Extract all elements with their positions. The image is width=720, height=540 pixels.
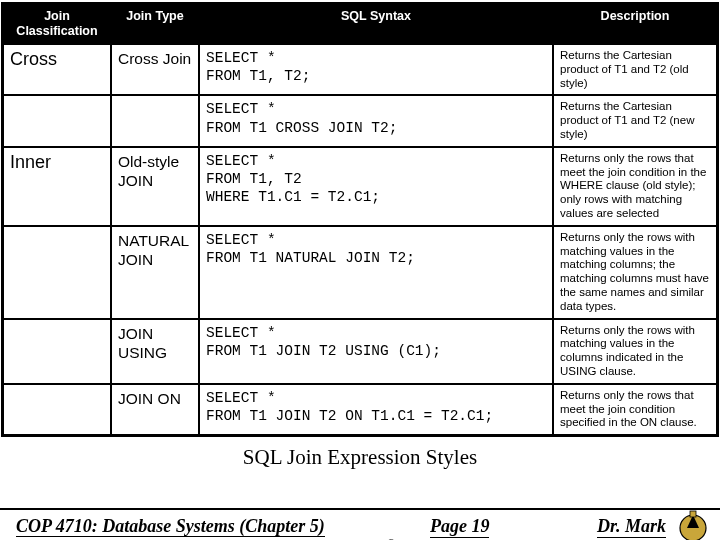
footer-course-text: COP 4710: Database Systems (Chapter 5) <box>16 516 325 537</box>
cell-jointype: Old-style JOIN <box>111 147 199 226</box>
header-description: Description <box>553 4 717 44</box>
cell-desc: Returns the Cartesian product of T1 and … <box>553 95 717 146</box>
cell-desc: Returns only the rows with matching valu… <box>553 226 717 319</box>
header-classification: Join Classification <box>3 4 111 44</box>
cell-jointype: NATURAL JOIN <box>111 226 199 319</box>
table-header-row: Join Classification Join Type SQL Syntax… <box>3 4 717 44</box>
footer-course: COP 4710: Database Systems (Chapter 5) <box>16 516 325 537</box>
cell-desc: Returns the Cartesian product of T1 and … <box>553 44 717 95</box>
table-row: SELECT * FROM T1 CROSS JOIN T2; Returns … <box>3 95 717 146</box>
cell-sql: SELECT * FROM T1, T2 WHERE T1.C1 = T2.C1… <box>199 147 553 226</box>
table-row: JOIN USING SELECT * FROM T1 JOIN T2 USIN… <box>3 319 717 384</box>
cell-classification <box>3 226 111 319</box>
cell-classification <box>3 95 111 146</box>
header-jointype: Join Type <box>111 4 199 44</box>
table-row: Cross Cross Join SELECT * FROM T1, T2; R… <box>3 44 717 95</box>
cell-jointype: JOIN ON <box>111 384 199 435</box>
slide-caption: SQL Join Expression Styles <box>0 445 720 470</box>
cell-sql: SELECT * FROM T1, T2; <box>199 44 553 95</box>
footer-bar: COP 4710: Database Systems (Chapter 5) P… <box>0 508 720 540</box>
cell-desc: Returns only the rows that meet the join… <box>553 147 717 226</box>
cell-classification: Cross <box>3 44 111 95</box>
cell-sql: SELECT * FROM T1 JOIN T2 ON T1.C1 = T2.C… <box>199 384 553 435</box>
footer-prof: Dr. Mark <box>597 516 666 538</box>
cell-classification <box>3 319 111 384</box>
cell-classification: Inner <box>3 147 111 226</box>
slide: Join Classification Join Type SQL Syntax… <box>0 2 720 540</box>
joins-table: Join Classification Join Type SQL Syntax… <box>1 2 719 437</box>
cell-sql: SELECT * FROM T1 JOIN T2 USING (C1); <box>199 319 553 384</box>
cell-classification <box>3 384 111 435</box>
cell-jointype <box>111 95 199 146</box>
cell-sql: SELECT * FROM T1 CROSS JOIN T2; <box>199 95 553 146</box>
table-row: JOIN ON SELECT * FROM T1 JOIN T2 ON T1.C… <box>3 384 717 435</box>
table-row: Inner Old-style JOIN SELECT * FROM T1, T… <box>3 147 717 226</box>
footer-page: Page 19 <box>430 516 489 538</box>
cell-jointype: JOIN USING <box>111 319 199 384</box>
table-row: NATURAL JOIN SELECT * FROM T1 NATURAL JO… <box>3 226 717 319</box>
ucf-logo-icon <box>672 508 714 540</box>
header-sql: SQL Syntax <box>199 4 553 44</box>
cell-jointype: Cross Join <box>111 44 199 95</box>
svg-rect-1 <box>690 511 696 517</box>
cell-desc: Returns only the rows that meet the join… <box>553 384 717 435</box>
cell-sql: SELECT * FROM T1 NATURAL JOIN T2; <box>199 226 553 319</box>
cell-desc: Returns only the rows with matching valu… <box>553 319 717 384</box>
